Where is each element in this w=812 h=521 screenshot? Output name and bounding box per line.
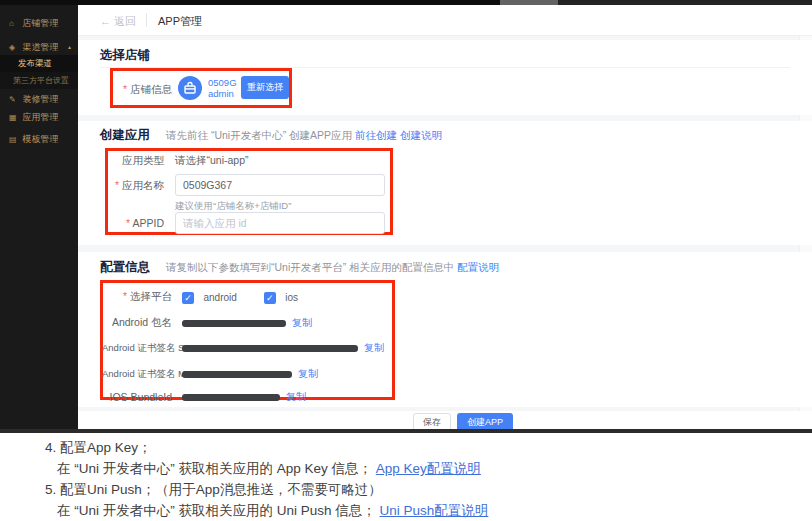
sidebar-item-channel-management[interactable]: ◈ 渠道管理 ▴ bbox=[0, 38, 78, 56]
section-title-config: 配置信息 bbox=[100, 259, 150, 276]
back-button[interactable]: ← 返回 bbox=[100, 14, 136, 29]
page-title: APP管理 bbox=[158, 14, 202, 29]
sidebar-item-shop-management[interactable]: ⌂ 店铺管理 bbox=[0, 14, 78, 32]
create-doc-link[interactable]: 创建说明 bbox=[400, 129, 442, 141]
sidebar-item-label: 渠道管理 bbox=[23, 42, 59, 52]
copy-android-package-link[interactable]: 复制 bbox=[292, 316, 312, 330]
platform-checkbox-group: ✓ android ✓ ios bbox=[182, 288, 298, 306]
section-title-select-shop: 选择店铺 bbox=[100, 47, 150, 64]
breadcrumb: ← 返回 APP管理 bbox=[78, 5, 812, 36]
unipush-doc-link[interactable]: Uni Push配置说明 bbox=[380, 503, 489, 518]
copy-android-sha1-link[interactable]: 复制 bbox=[364, 341, 384, 355]
android-sha1-label: Android 证书签名 SHA1 bbox=[102, 342, 172, 355]
appkey-doc-link[interactable]: App Key配置说明 bbox=[376, 461, 481, 476]
shop-avatar bbox=[178, 76, 202, 100]
copy-ios-bundleid-link[interactable]: 复制 bbox=[286, 390, 306, 404]
create-app-hint: 请先前往 “Uni开发者中心” 创建APP应用 前往创建 创建说明 bbox=[166, 129, 442, 143]
app-name-input[interactable] bbox=[175, 174, 385, 196]
sidebar-item-label: 店铺管理 bbox=[23, 18, 59, 28]
admin-screen: ⌂ 店铺管理 ◈ 渠道管理 ▴ 发布渠道 第三方平台设置 ✎ 装修管理 ▦ 应用… bbox=[0, 0, 812, 521]
redacted-android-package-value bbox=[182, 320, 286, 327]
reselect-shop-button[interactable]: 重新选择 bbox=[241, 76, 289, 99]
back-arrow-icon: ← bbox=[100, 15, 111, 27]
platform-label: * 选择平台 bbox=[106, 290, 172, 304]
sidebar: ⌂ 店铺管理 ◈ 渠道管理 ▴ 发布渠道 第三方平台设置 ✎ 装修管理 ▦ 应用… bbox=[0, 5, 78, 433]
sidebar-subitem-label: 发布渠道 bbox=[18, 58, 52, 68]
create-app-card: 创建应用 请先前往 “Uni开发者中心” 创建APP应用 前往创建 创建说明 应… bbox=[78, 121, 812, 245]
shop-info-label: * 店铺信息 bbox=[123, 83, 172, 97]
instruction-step5-title: 5. 配置Uni Push；（用于App消息推送，不需要可略过） bbox=[45, 481, 382, 499]
instruction-step4-body: 在 “Uni 开发者中心” 获取相关应用的 App Key 信息； App Ke… bbox=[57, 460, 481, 478]
android-checkbox-label: android bbox=[203, 292, 236, 303]
instructions-block: 4. 配置App Key； 在 “Uni 开发者中心” 获取相关应用的 App … bbox=[0, 433, 812, 521]
sidebar-subitem-publish-channel[interactable]: 发布渠道 bbox=[0, 55, 78, 72]
required-marker: * bbox=[123, 83, 127, 95]
required-marker: * bbox=[123, 290, 127, 302]
sidebar-subitem-label: 第三方平台设置 bbox=[13, 76, 69, 85]
required-marker: * bbox=[126, 217, 130, 229]
ios-checkbox[interactable]: ✓ bbox=[264, 292, 276, 304]
redacted-ios-bundleid-value bbox=[182, 394, 280, 401]
redacted-android-sha1-value bbox=[182, 345, 358, 352]
app-type-label: 应用类型 bbox=[98, 154, 164, 168]
appid-input[interactable] bbox=[175, 212, 385, 234]
selected-shop-name[interactable]: 0509G admin bbox=[208, 77, 237, 99]
sidebar-item-decoration-management[interactable]: ✎ 装修管理 bbox=[0, 90, 78, 108]
instruction-step5-body: 在 “Uni 开发者中心” 获取相关应用的 Uni Push 信息； Uni P… bbox=[57, 502, 488, 520]
shop-icon: ⌂ bbox=[9, 15, 20, 33]
sidebar-item-template-management[interactable]: ▤ 模板管理 bbox=[0, 130, 78, 148]
sidebar-item-label: 模板管理 bbox=[23, 134, 59, 144]
select-shop-card: 选择店铺 * 店铺信息 0509G admin bbox=[78, 40, 812, 115]
copy-android-md5-link[interactable]: 复制 bbox=[298, 367, 318, 381]
redacted-android-md5-value bbox=[182, 371, 292, 378]
main-content: ← 返回 APP管理 选择店铺 * 店铺信息 bbox=[78, 5, 812, 433]
app-type-value: 请选择“uni-app” bbox=[175, 154, 249, 168]
storefront-icon bbox=[183, 81, 197, 95]
collapse-arrow-icon: ▴ bbox=[68, 38, 71, 56]
config-doc-link[interactable]: 配置说明 bbox=[457, 261, 499, 273]
sidebar-item-label: 装修管理 bbox=[23, 94, 59, 104]
paint-icon: ✎ bbox=[9, 91, 20, 109]
ios-bundleid-label: IOS BundleId bbox=[102, 391, 172, 403]
sidebar-item-app-management[interactable]: ▦ 应用管理 bbox=[0, 108, 78, 126]
config-info-card: 配置信息 请复制以下参数填写到“Uni开发者平台” 相关应用的配置信息中 配置说… bbox=[78, 252, 812, 407]
config-hint: 请复制以下参数填写到“Uni开发者平台” 相关应用的配置信息中 配置说明 bbox=[166, 261, 499, 275]
required-marker: * bbox=[115, 179, 119, 191]
android-md5-label: Android 证书签名 MD5 bbox=[102, 368, 172, 381]
red-highlight-box-shop: * 店铺信息 0509G admin 重新选择 bbox=[110, 68, 292, 108]
instruction-step4-title: 4. 配置App Key； bbox=[45, 439, 152, 457]
appid-label: * APPID bbox=[98, 217, 164, 229]
ios-checkbox-label: ios bbox=[285, 292, 298, 303]
android-package-label: Android 包名 bbox=[102, 316, 172, 330]
app-icon: ▦ bbox=[9, 109, 20, 127]
template-icon: ▤ bbox=[9, 131, 20, 149]
breadcrumb-divider bbox=[146, 13, 147, 27]
app-name-label: * 应用名称 bbox=[98, 179, 164, 193]
go-create-link[interactable]: 前往创建 bbox=[355, 129, 397, 141]
android-checkbox[interactable]: ✓ bbox=[182, 292, 194, 304]
sidebar-item-label: 应用管理 bbox=[23, 112, 59, 122]
sidebar-subitem-thirdparty-platform[interactable]: 第三方平台设置 bbox=[0, 72, 78, 89]
section-title-create-app: 创建应用 bbox=[100, 127, 150, 144]
back-label: 返回 bbox=[114, 15, 136, 27]
